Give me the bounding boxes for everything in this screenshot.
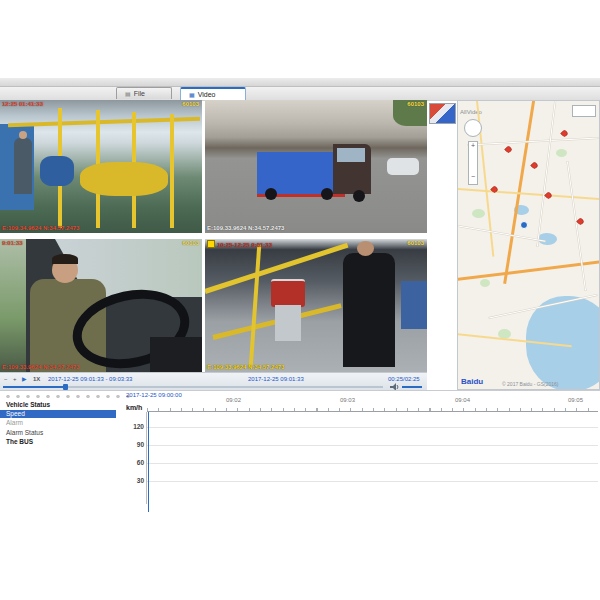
playback-controls: − + ▶ 1X 2017-12-25 09:01:33 - 09:03:33 … <box>0 372 427 390</box>
xtick-0903: 09:03 <box>340 397 355 403</box>
map-panel[interactable]: AllVideo +− Baidu © 2017 Bai <box>457 100 600 390</box>
video1-gps-overlay: E:109.34.9624 N:34.57.2473 <box>2 225 79 232</box>
window-titlebar <box>0 78 600 87</box>
minor-road-shape <box>457 225 545 242</box>
bus-blue-seat-shape <box>40 156 74 186</box>
seek-bar-progress <box>3 386 65 388</box>
pond-shape <box>538 233 557 245</box>
ytick-60: 60 <box>124 459 144 466</box>
tab-video[interactable]: ▦ Video <box>180 87 246 100</box>
tab-video-label: Video <box>198 91 216 98</box>
volume-slider[interactable] <box>402 386 422 388</box>
sidebar-item-speed[interactable]: Speed <box>0 410 116 418</box>
chart-y-axis <box>146 412 147 504</box>
baidu-logo: Baidu <box>461 377 483 386</box>
map-zoom-slider[interactable]: +− <box>468 141 478 185</box>
gridline-120 <box>147 427 598 428</box>
highway-shape <box>457 260 600 282</box>
map-marker-icon[interactable] <box>505 146 512 153</box>
xtick-0905: 09:05 <box>568 397 583 403</box>
video-channel-4[interactable]: 10:25-12:25 9:01:33 60103 E:109.33.9624 … <box>205 239 427 372</box>
gridline-90 <box>147 445 598 446</box>
minor-road-shape <box>537 100 556 247</box>
map-marker-icon[interactable] <box>561 130 568 137</box>
xtick-0904: 09:04 <box>455 397 470 403</box>
xtick-0902: 09:02 <box>226 397 241 403</box>
video4-time-text: 10:25-12:25 9:01:33 <box>217 242 272 248</box>
chart-unit-label: km/h <box>126 404 142 411</box>
panel-toolbar-dots[interactable] <box>3 393 131 400</box>
sidebar-item-the-bus[interactable]: The BUS <box>0 438 116 446</box>
chart-date-label: 2017-12-25 09:00:00 <box>126 392 182 398</box>
tab-file[interactable]: ▤ File <box>116 87 172 99</box>
video-channel-1[interactable]: 12:25 01:41:33 60103 E:109.34.9624 N:34.… <box>0 100 202 233</box>
side-window-shape <box>0 239 26 372</box>
zoom-out-icon[interactable]: − <box>469 173 477 180</box>
video-icon: ▦ <box>189 92 195 98</box>
gridline-60 <box>147 463 598 464</box>
passenger-head-shape <box>19 131 27 139</box>
bus-pole-shape <box>170 114 174 228</box>
speed-label[interactable]: 1X <box>33 375 40 383</box>
video-channel-2[interactable]: 60103 E:109.33.9624 N:34.57.2473 <box>205 100 427 233</box>
zoom-in-icon[interactable]: + <box>469 142 477 149</box>
video3-vehicle-id: 60103 <box>182 240 199 247</box>
file-icon: ▤ <box>125 91 131 97</box>
map-attribution: © 2017 Baidu - GS(2016) <box>502 381 559 387</box>
video1-time-overlay: 12:25 01:41:33 <box>2 101 43 108</box>
video2-gps-overlay: E:109.33.9624 N:34.57.2473 <box>207 225 284 232</box>
park-shape <box>556 149 567 157</box>
passenger-shape <box>14 138 32 194</box>
video4-time-overlay: 10:25-12:25 9:01:33 <box>207 240 272 249</box>
sidebar-item-alarm-status[interactable]: Alarm Status <box>0 429 116 437</box>
truck-window-shape <box>337 148 365 162</box>
playback-range-label: 2017-12-25 09:01:33 - 09:03:33 <box>48 376 132 382</box>
ytick-30: 30 <box>124 477 144 484</box>
map-pan-control[interactable] <box>464 119 482 137</box>
video2-vehicle-id: 60103 <box>407 101 424 108</box>
map-marker-icon[interactable] <box>577 218 584 225</box>
sidebar-header: Vehicle Status <box>0 401 116 409</box>
sidebar-item-alarm[interactable]: Alarm <box>0 419 116 427</box>
video-channel-3[interactable]: 9:01:33 60103 E:109.33.9624 N:34.57.2473 <box>0 239 202 372</box>
dashboard-shape <box>150 337 202 372</box>
minor-road-shape <box>567 162 586 291</box>
truck-wheel-shape <box>353 190 365 202</box>
playback-elapsed-label: 00:25/02:25 <box>388 376 420 382</box>
play-icon[interactable]: ▶ <box>22 375 27 383</box>
farebox-top-shape <box>271 279 305 307</box>
ytick-120: 120 <box>124 423 144 430</box>
gridline-30 <box>147 481 598 482</box>
truck-wheel-shape <box>265 188 277 200</box>
video3-gps-overlay: E:109.33.9624 N:34.57.2473 <box>2 364 79 371</box>
ytick-90: 90 <box>124 441 144 448</box>
zoom-in-timeline-icon[interactable]: + <box>13 375 17 383</box>
map-marker-icon[interactable] <box>545 192 552 199</box>
blue-seat-shape <box>401 281 427 329</box>
farebox-stand-shape <box>275 305 301 341</box>
map-marker-icon[interactable] <box>531 162 538 169</box>
park-shape <box>480 279 490 287</box>
park-shape <box>472 209 485 218</box>
chart-cursor-line[interactable] <box>148 412 149 512</box>
app-window: ▤ File ▦ Video 12:25 01:41:33 60103 E:10… <box>0 0 600 600</box>
road-shape <box>457 188 600 200</box>
map-type-control[interactable] <box>572 105 596 117</box>
minor-road-shape <box>468 138 598 146</box>
video3-time-overlay: 9:01:33 <box>2 240 23 247</box>
camera-thumbnail[interactable] <box>429 103 456 124</box>
chart-time-ruler[interactable] <box>147 405 598 412</box>
zoom-out-timeline-icon[interactable]: − <box>4 375 8 383</box>
tab-bar: ▤ File ▦ Video <box>0 87 600 101</box>
bus-yellow-seats-shape <box>80 162 168 196</box>
truck-wheel-shape <box>321 188 333 200</box>
driver-hair-shape <box>52 254 78 264</box>
passenger-head-shape <box>357 241 374 256</box>
tab-file-label: File <box>134 90 145 97</box>
vehicle-location-icon[interactable] <box>520 221 528 229</box>
passenger-black-shape <box>343 253 395 367</box>
playback-current-time: 2017-12-25 09:01:33 <box>248 376 304 382</box>
record-badge-icon <box>207 240 215 248</box>
video4-vehicle-id: 60103 <box>407 240 424 247</box>
car-shape <box>387 158 419 175</box>
